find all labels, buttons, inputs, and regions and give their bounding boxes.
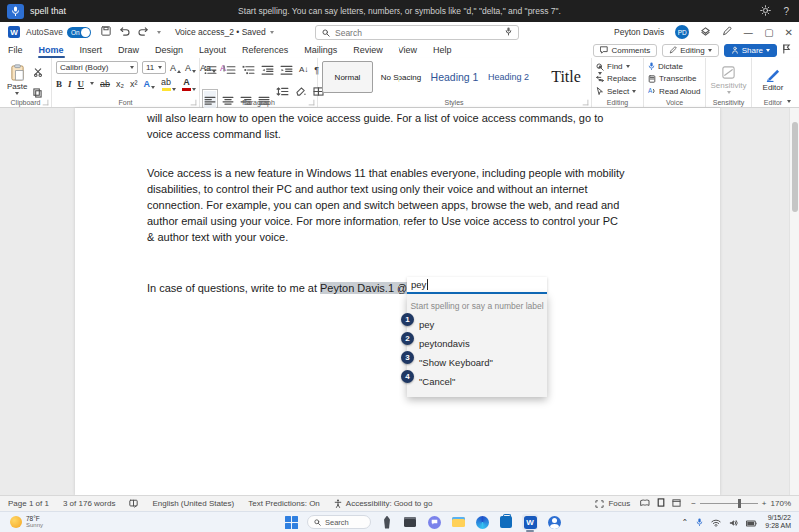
paragraph-dialog-launcher-icon[interactable] [309,100,315,106]
select-button[interactable]: Select [596,86,639,97]
weather-widget[interactable]: 78°F Sunny [10,515,43,529]
tab-insert[interactable]: Insert [72,42,111,58]
page-indicator[interactable]: Page 1 of 1 [8,499,49,508]
replace-button[interactable]: Replace [596,73,639,84]
document-title[interactable]: Voice access_2 • Saved [175,27,274,37]
zoom-slider-thumb[interactable] [738,499,741,508]
search-mic-icon[interactable] [505,27,512,38]
quick-access-chevron-icon[interactable] [157,31,161,34]
cut-icon[interactable] [33,63,43,81]
shrink-font-button[interactable]: A [185,63,196,73]
save-icon[interactable] [101,26,111,38]
minimize-button[interactable]: — [743,27,753,38]
share-button[interactable]: Share [724,44,777,57]
number-label-badge[interactable]: 2 [401,332,414,345]
chat-icon[interactable] [426,514,442,530]
italic-button[interactable]: I [68,79,72,89]
scrollbar-thumb[interactable] [792,122,798,212]
styles-dialog-launcher-icon[interactable] [583,100,589,106]
battery-icon[interactable] [746,513,757,531]
read-mode-icon[interactable] [640,499,650,509]
tab-view[interactable]: View [391,42,425,58]
tab-mailings[interactable]: Mailings [296,42,345,58]
style-no-spacing[interactable]: No Spacing [376,61,426,93]
user-name[interactable]: Peyton Davis [614,27,664,37]
tab-review[interactable]: Review [345,42,391,58]
vertical-scrollbar[interactable] [789,108,799,495]
style-normal[interactable]: Normal [322,61,373,93]
file-explorer-icon[interactable] [450,514,466,530]
task-view-icon[interactable] [402,514,418,530]
number-label-badge[interactable]: 4 [401,370,414,383]
zoom-in-icon[interactable]: + [762,499,767,508]
subscript-button[interactable]: x₂ [116,79,124,89]
paragraph[interactable]: Voice access is a new feature in Windows… [147,165,626,245]
suggestion-item[interactable]: 4 "Cancel" [407,372,547,391]
zoom-control[interactable]: − + 170% [691,499,791,508]
read-aloud-button[interactable]: ARead Aloud [648,86,701,97]
comments-button[interactable]: Comments [593,44,657,57]
web-layout-icon[interactable] [672,499,681,509]
app-icon-rocket[interactable] [379,514,395,530]
tab-home[interactable]: Home [31,42,72,58]
zoom-level[interactable]: 170% [771,499,791,508]
font-name-select[interactable]: Calibri (Body) [56,61,138,74]
voice-help-icon[interactable]: ? [783,6,789,17]
suggestion-item[interactable]: 3 "Show Keyboard" [407,353,547,372]
highlight-button[interactable]: ab [161,77,176,91]
tab-design[interactable]: Design [147,42,191,58]
redo-icon[interactable] [138,27,149,38]
bullets-icon[interactable] [204,61,217,79]
tray-microphone-icon[interactable] [696,513,703,531]
underline-chevron-icon[interactable] [90,82,94,85]
paste-button[interactable]: Paste [4,61,30,97]
proofing-icon[interactable] [129,499,138,508]
superscript-button[interactable]: x² [130,79,138,89]
tab-references[interactable]: References [234,42,296,58]
font-color-button[interactable]: A [182,77,196,91]
search-input[interactable]: Search [315,25,519,40]
number-label-badge[interactable]: 3 [401,351,414,364]
multilevel-list-icon[interactable] [242,61,255,79]
user-avatar[interactable]: PD [675,25,689,39]
tray-chevron-up-icon[interactable]: ⌃ [682,518,689,527]
sort-button[interactable]: A↓ [299,65,308,75]
text-effects-button[interactable]: A [144,79,156,89]
strikethrough-button[interactable]: ab [100,79,110,89]
tab-help[interactable]: Help [425,42,460,58]
dictate-button[interactable]: Dictate [648,61,701,72]
editing-mode-button[interactable]: Editing [662,44,718,57]
editor-button[interactable]: Editor [760,61,787,97]
document-page[interactable]: will also learn how to open the voice ac… [75,108,720,495]
language-indicator[interactable]: English (United States) [152,499,234,508]
grow-font-button[interactable]: A [170,63,181,73]
bold-button[interactable]: B [56,79,62,89]
voice-settings-gear-icon[interactable] [760,2,771,20]
zoom-slider[interactable] [700,503,758,504]
style-heading2[interactable]: Heading 2 [483,61,534,93]
underline-button[interactable]: U [78,79,85,89]
people-icon[interactable] [546,514,562,530]
spelling-input[interactable]: pey [407,277,547,294]
taskbar-search[interactable]: Search [307,515,371,529]
clock[interactable]: 9/15/22 9:28 AM [765,514,791,530]
word-count[interactable]: 3 of 176 words [63,499,115,508]
undo-icon[interactable] [119,27,130,38]
start-button[interactable] [283,514,299,530]
paragraph[interactable]: will also learn how to open the voice ac… [147,110,626,142]
font-size-select[interactable]: 11 [142,61,166,74]
decrease-indent-icon[interactable] [261,61,274,79]
print-layout-icon[interactable] [657,498,665,509]
pennant-icon[interactable] [782,44,791,56]
presenter-icon[interactable] [700,27,711,38]
autosave-toggle[interactable]: On [67,27,91,38]
tab-draw[interactable]: Draw [110,42,147,58]
paragraph[interactable]: In case of questions, write to me at Pey… [147,280,626,296]
text-predictions-indicator[interactable]: Text Predictions: On [248,499,320,508]
edge-icon[interactable] [474,514,490,530]
increase-indent-icon[interactable] [280,61,293,79]
numbering-icon[interactable] [223,61,236,79]
style-title[interactable]: Title [537,61,595,93]
store-icon[interactable] [498,514,514,530]
voice-access-microphone-icon[interactable] [7,4,24,19]
